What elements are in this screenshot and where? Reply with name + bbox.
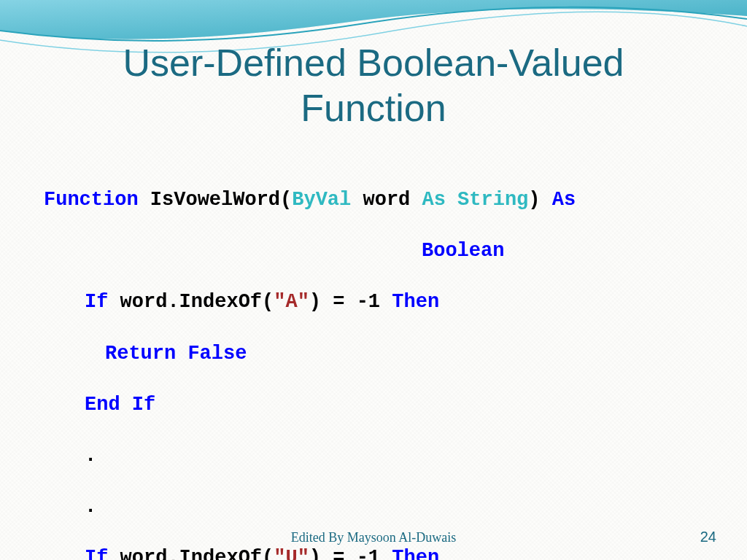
code-line-1: Function IsVowelWord(ByVal word As Strin… (44, 187, 576, 213)
footer-credit: Edited By Maysoon Al-Duwais (0, 530, 747, 545)
title-line-2: Function (301, 87, 446, 129)
slide-title: User-Defined Boolean-Valued Function (0, 40, 747, 131)
code-line-6: . (44, 443, 576, 469)
code-line-2: Boolean (44, 238, 576, 264)
title-line-1: User-Defined Boolean-Valued (123, 42, 624, 84)
page-number: 24 (700, 529, 716, 545)
code-block: Function IsVowelWord(ByVal word As Strin… (44, 162, 576, 560)
code-line-5: End If (44, 392, 576, 418)
code-line-3: If word.IndexOf("A") = -1 Then (44, 289, 576, 315)
code-line-4: Return False (44, 341, 576, 367)
code-line-7: . (44, 494, 576, 520)
code-line-8: If word.IndexOf("U") = -1 Then (44, 545, 576, 560)
